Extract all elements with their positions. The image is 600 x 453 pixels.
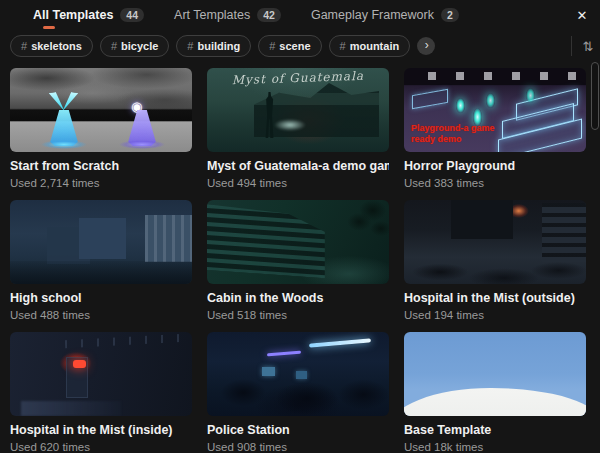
template-grid: ◉ Start from ScratchUsed 2,714 times Mys… [10,68,600,453]
template-usage-count: Used 194 times [404,308,586,322]
tab-gameplay-framework[interactable]: Gameplay Framework2 [311,0,459,30]
tabs-bar: All Templates44Art Templates42Gameplay F… [0,0,600,30]
filter-chips: #skeletons#bicycle#building#scene#mounta… [10,35,410,57]
wireframe-table [412,89,448,109]
scrollbar-thumb[interactable] [591,62,599,130]
glowing-figure [456,98,465,113]
template-card-myst-of-guatemala-a-demo-game[interactable]: Myst of Guatemala Myst of Guatemala-a de… [207,68,389,190]
thumbnail-base-template [404,332,586,416]
sort-area: ⇅ [571,36,596,56]
filter-chip-label: skeletons [31,40,82,52]
chips-expand-button[interactable]: › [417,37,435,55]
template-title: High school [10,291,192,305]
filter-chip-label: building [197,40,240,52]
building-silhouette [145,215,192,262]
template-usage-count: Used 18k times [404,440,586,453]
template-card-police-station[interactable]: Police StationUsed 908 times [207,332,389,453]
tab-count-badge: 2 [441,8,459,23]
template-title: Cabin in the Woods [207,291,389,305]
template-title: Horror Playground [404,159,586,173]
hash-prefix: # [340,40,346,52]
thumbnail-police-station [207,332,389,416]
close-button[interactable]: ✕ [570,3,594,27]
tab-art-templates[interactable]: Art Templates42 [174,0,281,30]
filter-chip-skeletons[interactable]: #skeletons [10,35,93,57]
thumbnail-hospital-inside [10,332,192,416]
hash-prefix: # [111,40,117,52]
filter-chip-scene[interactable]: #scene [258,35,321,57]
template-usage-count: Used 383 times [404,176,586,190]
template-usage-count: Used 494 times [207,176,389,190]
cabin-silhouette [207,204,325,279]
template-title: Base Template [404,423,586,437]
snow-ground [404,388,586,416]
flashlight-beam [274,119,306,131]
template-title: Police Station [207,423,389,437]
thumbnail-start-from-scratch: ◉ [10,68,192,152]
filter-chip-label: mountain [350,40,400,52]
tab-count-badge: 42 [257,8,281,23]
filter-chip-mountain[interactable]: #mountain [329,35,411,57]
tab-count-badge: 44 [120,8,144,23]
thumbnail-horror-playground: Playground-a game ready demo [404,68,586,152]
chevron-right-icon: › [425,39,429,51]
close-icon: ✕ [577,8,588,23]
template-card-high-school[interactable]: High schoolUsed 488 times [10,200,192,322]
template-usage-count: Used 2,714 times [10,176,192,190]
tab-label: All Templates [33,8,113,22]
thumbnail-hospital-outside [404,200,586,284]
glowing-figure [486,93,495,108]
thumbnail-cabin-in-the-woods [207,200,389,284]
template-card-horror-playground[interactable]: Playground-a game ready demo Horror Play… [404,68,586,190]
template-library-panel: All Templates44Art Templates42Gameplay F… [0,0,600,453]
portal-wing-icon [49,91,65,113]
tab-all-templates[interactable]: All Templates44 [33,0,144,30]
red-glow-sign [73,360,86,368]
template-usage-count: Used 488 times [10,308,192,322]
template-card-hospital-in-the-mist-inside[interactable]: Hospital in the Mist (inside)Used 620 ti… [10,332,192,453]
filter-chip-building[interactable]: #building [176,35,251,57]
active-tab-indicator [43,26,55,29]
template-card-base-template[interactable]: Base TemplateUsed 18k times [404,332,586,453]
template-usage-count: Used 908 times [207,440,389,453]
thumbnail-overlay-text: Playground-a game ready demo [411,123,495,144]
tab-label: Gameplay Framework [311,8,434,22]
building-silhouette [79,218,126,258]
filter-bar: #skeletons#bicycle#building#scene#mounta… [0,30,600,62]
template-title: Start from Scratch [10,159,192,173]
template-title: Myst of Guatemala-a demo game [207,159,389,173]
portal-wing-icon [63,91,79,113]
tabs-nav: All Templates44Art Templates42Gameplay F… [33,0,459,30]
hash-prefix: # [187,40,193,52]
divider [571,36,572,56]
thumbnail-myst-of-guatemala: Myst of Guatemala [207,68,389,152]
thumbnail-overlay-text: Myst of Guatemala [211,68,385,88]
template-card-start-from-scratch[interactable]: ◉ Start from ScratchUsed 2,714 times [10,68,192,190]
tab-label: Art Templates [174,8,250,22]
sort-button[interactable]: ⇅ [578,39,596,54]
wall-pictures [414,72,576,80]
hash-prefix: # [21,40,27,52]
template-card-cabin-in-the-woods[interactable]: Cabin in the WoodsUsed 518 times [207,200,389,322]
template-title: Hospital in the Mist (inside) [10,423,192,437]
monitor-glow [262,367,275,376]
thumbnail-high-school [10,200,192,284]
tree-silhouette [335,200,389,252]
template-title: Hospital in the Mist (outside) [404,291,586,305]
filter-chip-label: bicycle [121,40,158,52]
template-usage-count: Used 620 times [10,440,192,453]
template-card-hospital-in-the-mist-outside[interactable]: Hospital in the Mist (outside)Used 194 t… [404,200,586,322]
sort-icon: ⇅ [583,39,594,54]
glowing-figure [526,88,535,103]
hash-prefix: # [269,40,275,52]
ceiling-light [309,338,371,347]
filter-chip-bicycle[interactable]: #bicycle [100,35,169,57]
ceiling-light [267,351,301,357]
template-usage-count: Used 518 times [207,308,389,322]
filter-chip-label: scene [279,40,310,52]
